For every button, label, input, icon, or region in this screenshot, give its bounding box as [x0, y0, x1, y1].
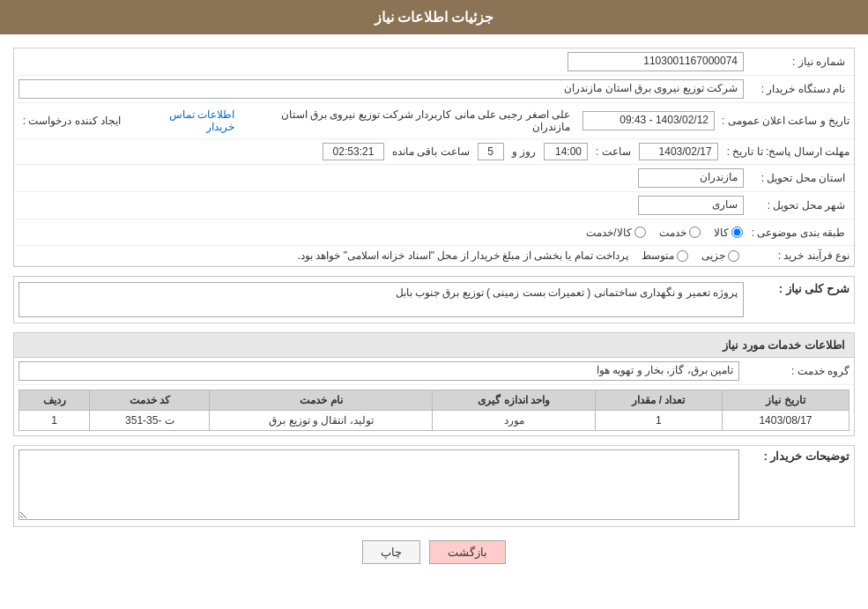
services-section: اطلاعات خدمات مورد نیاز گروه خدمت : تامی… — [13, 332, 855, 436]
purchase-radio1-input[interactable] — [728, 250, 739, 262]
buyer-desc-textarea-wrapper — [19, 449, 739, 523]
buyer-desc-label: توضیحات خریدار : — [744, 449, 849, 463]
purchase-type-radio-jozi: جزیی — [701, 249, 739, 262]
buyer-desc-row: توضیحات خریدار : — [14, 446, 854, 526]
category-radio-group: کالا/خدمت خدمت کالا — [586, 227, 742, 239]
purchase-type-label: نوع فرآیند خرید : — [744, 249, 849, 262]
category-radio3-input[interactable] — [634, 227, 646, 238]
creator-label: ایجاد کننده درخواست : — [19, 115, 125, 127]
purchase-type-row: نوع فرآیند خرید : متوسط جزیی پرداخت تمام… — [14, 246, 854, 266]
creator-value: علی اصغر رجبی علی مانی کاربردار شرکت توز… — [252, 107, 574, 135]
deadline-remaining: 02:53:21 — [323, 143, 384, 160]
buyer-org-value: شرکت توزیع نیروی برق استان مازندران — [19, 79, 744, 99]
province-value: مازندران — [638, 168, 744, 188]
category-radio-item-kala: کالا — [714, 227, 743, 239]
need-number-value: 1103001167000074 — [568, 52, 744, 71]
main-content: شماره نیاز : 1103001167000074 نام دستگاه… — [0, 43, 868, 577]
table-cell-code: ت -35-351 — [90, 411, 210, 431]
deadline-label: مهلت ارسال پاسخ: تا تاریخ : — [723, 145, 849, 158]
category-radio2-label: خدمت — [659, 227, 686, 239]
service-group-row: گروه خدمت : تامین برق، گاز، بخار و تهویه… — [14, 358, 854, 385]
table-row: 1403/08/171موردتولید، انتقال و توزیع برق… — [19, 411, 849, 431]
need-desc-value: پروژه تعمیر و نگهداری ساختمانی ( تعمیرات… — [19, 282, 744, 317]
purchase-type-radio-group: متوسط جزیی — [642, 249, 739, 262]
city-row: شهر محل تحویل : ساری — [14, 192, 854, 219]
city-value: ساری — [638, 196, 744, 215]
buyer-desc-section: توضیحات خریدار : — [13, 445, 855, 527]
province-label: استان محل تحویل : — [744, 172, 849, 184]
need-desc-row: شرح کلی نیاز : پروژه تعمیر و نگهداری ساخ… — [14, 277, 854, 323]
category-label: طبقه بندی موضوعی : — [743, 227, 849, 239]
main-form-section: شماره نیاز : 1103001167000074 نام دستگاه… — [13, 48, 855, 267]
city-label: شهر محل تحویل : — [744, 199, 849, 212]
buyer-org-row: نام دستگاه خریدار : شرکت توزیع نیروی برق… — [14, 76, 854, 103]
deadline-time-label: ساعت : — [592, 145, 634, 158]
print-button[interactable]: چاپ — [362, 540, 420, 564]
col-qty-header: تعداد / مقدار — [595, 390, 722, 411]
col-row-header: ردیف — [19, 390, 90, 411]
back-button[interactable]: بازگشت — [429, 540, 506, 564]
deadline-days: 5 — [478, 143, 504, 160]
col-name-header: نام خدمت — [210, 390, 433, 411]
need-desc-section: شرح کلی نیاز : پروژه تعمیر و نگهداری ساخ… — [13, 276, 855, 323]
purchase-radio1-label: جزیی — [701, 249, 725, 262]
buyer-desc-textarea[interactable] — [19, 449, 739, 520]
purchase-radio2-label: متوسط — [642, 249, 674, 262]
table-cell-unit: مورد — [433, 411, 595, 431]
services-section-title: اطلاعات خدمات مورد نیاز — [14, 333, 854, 358]
page-title: جزئیات اطلاعات نیاز — [375, 10, 494, 25]
deadline-time: 14:00 — [544, 143, 588, 160]
category-row: طبقه بندی موضوعی : کالا/خدمت خدمت کالا — [14, 219, 854, 246]
category-radio1-label: کالا — [714, 227, 729, 239]
announce-creator-row: تاریخ و ساعت اعلان عمومی : 1403/02/12 - … — [14, 103, 854, 139]
services-table: تاریخ نیاز تعداد / مقدار واحد اندازه گیر… — [19, 390, 849, 431]
purchase-radio2-input[interactable] — [677, 250, 688, 262]
table-cell-date: 1403/08/17 — [722, 411, 849, 431]
page-header: جزئیات اطلاعات نیاز — [0, 0, 868, 34]
service-group-value: تامین برق، گاز، بخار و تهویه هوا — [19, 361, 739, 381]
deadline-row: مهلت ارسال پاسخ: تا تاریخ : 1403/02/17 س… — [14, 139, 854, 165]
table-cell-row: 1 — [19, 411, 90, 431]
col-code-header: کد خدمت — [90, 390, 210, 411]
deadline-date: 1403/02/17 — [639, 143, 718, 160]
buttons-row: بازگشت چاپ — [13, 540, 855, 573]
deadline-days-label: روز و — [508, 145, 539, 158]
category-radio2-input[interactable] — [689, 227, 701, 238]
category-radio-item-kala-khadamat: کالا/خدمت — [586, 227, 645, 239]
category-radio3-label: کالا/خدمت — [586, 227, 631, 239]
need-number-row: شماره نیاز : 1103001167000074 — [14, 48, 854, 76]
category-radio-item-khadamat: خدمت — [659, 227, 701, 239]
buyer-org-label: نام دستگاه خریدار : — [744, 83, 849, 95]
page-container: جزئیات اطلاعات نیاز شماره نیاز : 1103001… — [0, 0, 868, 609]
contact-link[interactable]: اطلاعات تماس خریدار — [143, 108, 234, 133]
purchase-type-radio-motavasset: متوسط — [642, 249, 688, 262]
category-radio1-input[interactable] — [731, 227, 743, 238]
table-cell-qty: 1 — [595, 411, 722, 431]
announce-value: 1403/02/12 - 09:43 — [582, 111, 715, 130]
col-unit-header: واحد اندازه گیری — [433, 390, 595, 411]
service-group-label: گروه خدمت : — [744, 365, 849, 377]
table-cell-name: تولید، انتقال و توزیع برق — [210, 411, 433, 431]
deadline-remaining-label: ساعت باقی مانده — [389, 145, 473, 158]
purchase-type-note: پرداخت تمام یا بخشی از مبلغ خریدار از مح… — [298, 249, 628, 262]
col-date-header: تاریخ نیاز — [722, 390, 849, 411]
announce-label: تاریخ و ساعت اعلان عمومی : — [719, 115, 849, 127]
need-desc-label: شرح کلی نیاز : — [744, 282, 849, 295]
services-table-wrapper: تاریخ نیاز تعداد / مقدار واحد اندازه گیر… — [14, 385, 854, 435]
province-row: استان محل تحویل : مازندران — [14, 165, 854, 192]
need-number-label: شماره نیاز : — [744, 56, 849, 68]
